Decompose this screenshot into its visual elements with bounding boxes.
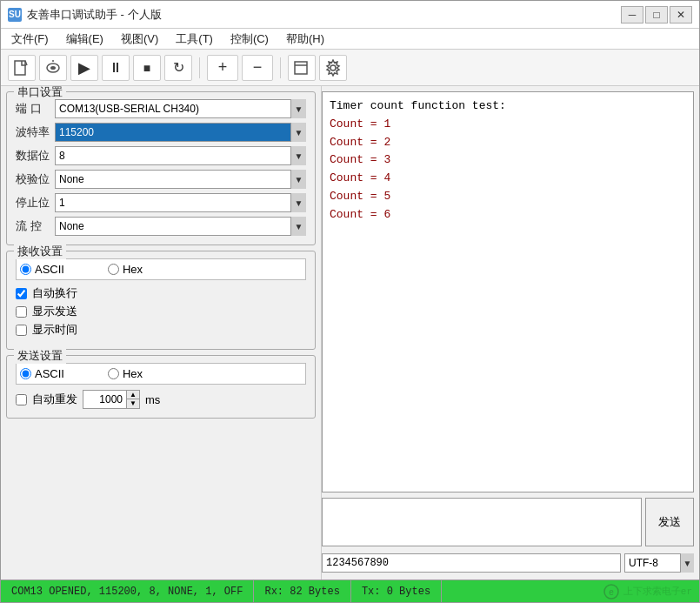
minimize-button[interactable]: ─ bbox=[621, 6, 643, 23]
refresh-button[interactable]: ↻ bbox=[164, 55, 192, 81]
auto-repeat-label: 自动重发 bbox=[32, 392, 77, 407]
svg-rect-5 bbox=[295, 62, 307, 74]
auto-newline-label: 自动换行 bbox=[32, 285, 77, 301]
show-time-checkbox[interactable] bbox=[16, 325, 27, 336]
hex-radio[interactable] bbox=[108, 264, 119, 275]
auto-newline-row[interactable]: 自动换行 bbox=[16, 285, 306, 301]
connection-status: COM13 OPENED, 115200, 8, NONE, 1, OFF bbox=[1, 580, 254, 602]
flowctrl-select[interactable]: None bbox=[55, 217, 306, 236]
watermark-icon: e bbox=[603, 583, 620, 600]
databits-select-wrapper: 8 ▼ bbox=[55, 146, 306, 165]
main-window: SU 友善串口调试助手 - 个人版 ─ □ ✕ 文件(F) 编辑(E) 视图(V… bbox=[0, 0, 700, 603]
settings-button[interactable] bbox=[319, 55, 347, 81]
settings-icon bbox=[324, 59, 342, 77]
pause-button[interactable]: ⏸ bbox=[102, 55, 130, 81]
spin-up-button[interactable]: ▲ bbox=[127, 391, 139, 399]
parity-select-wrapper: None ▼ bbox=[55, 170, 306, 189]
flowctrl-row: 流 控 None ▼ bbox=[16, 217, 306, 236]
receive-line: Count = 3 bbox=[330, 151, 686, 170]
show-time-row[interactable]: 显示时间 bbox=[16, 322, 306, 338]
window-button[interactable] bbox=[288, 55, 316, 81]
ascii-radio[interactable] bbox=[20, 264, 31, 275]
left-panel: 串口设置 端 口 COM13(USB-SERIAL CH340) ▼ 波特率 bbox=[1, 86, 321, 580]
add-button[interactable]: + bbox=[207, 55, 238, 81]
receive-line: Count = 2 bbox=[330, 134, 686, 152]
flowctrl-label: 流 控 bbox=[16, 218, 55, 234]
send-ascii-radio-label[interactable]: ASCII bbox=[20, 367, 64, 380]
menu-view[interactable]: 视图(V) bbox=[114, 30, 165, 49]
baud-select[interactable]: 115200 bbox=[55, 123, 306, 142]
auto-repeat-checkbox[interactable] bbox=[16, 394, 27, 405]
receive-display: Timer count function test:Count = 1Count… bbox=[322, 91, 694, 492]
send-settings-title: 发送设置 bbox=[14, 348, 66, 364]
ascii-radio-label[interactable]: ASCII bbox=[20, 263, 64, 276]
toolbar-separator-2 bbox=[280, 57, 281, 78]
receive-line: Timer count function test: bbox=[330, 97, 686, 116]
new-icon bbox=[13, 60, 30, 76]
main-content: 串口设置 端 口 COM13(USB-SERIAL CH340) ▼ 波特率 bbox=[1, 86, 699, 580]
record-button[interactable] bbox=[39, 55, 67, 81]
send-ascii-radio[interactable] bbox=[20, 368, 31, 379]
receive-mode-row: ASCII Hex bbox=[16, 258, 306, 280]
show-send-checkbox[interactable] bbox=[16, 306, 27, 318]
hex-radio-label[interactable]: Hex bbox=[108, 263, 143, 276]
maximize-button[interactable]: □ bbox=[645, 6, 668, 23]
play-button[interactable]: ▶ bbox=[70, 55, 98, 81]
tx-status: Tx: 0 Bytes bbox=[351, 580, 442, 602]
new-button[interactable] bbox=[8, 55, 36, 81]
databits-row: 数据位 8 ▼ bbox=[16, 146, 306, 165]
databits-select[interactable]: 8 bbox=[55, 146, 306, 165]
menu-help[interactable]: 帮助(H) bbox=[279, 30, 331, 49]
receive-line: Count = 1 bbox=[330, 116, 686, 134]
rx-status: Rx: 82 Bytes bbox=[254, 580, 350, 602]
baud-select-wrapper: 115200 ▼ bbox=[55, 123, 306, 142]
spin-down-button[interactable]: ▼ bbox=[127, 399, 139, 408]
encoding-select[interactable]: UTF-8 bbox=[624, 553, 694, 573]
parity-select[interactable]: None bbox=[55, 170, 306, 189]
receive-line: Count = 5 bbox=[330, 188, 686, 206]
ascii-radio-text: ASCII bbox=[35, 263, 64, 276]
stop-button[interactable]: ■ bbox=[133, 55, 161, 81]
send-area-container: 发送 bbox=[322, 498, 694, 546]
status-bar: COM13 OPENED, 115200, 8, NONE, 1, OFF Rx… bbox=[1, 580, 699, 602]
title-bar-left: SU 友善串口调试助手 - 个人版 bbox=[8, 7, 162, 23]
stopbits-label: 停止位 bbox=[16, 195, 55, 211]
hex-radio-text: Hex bbox=[123, 263, 143, 276]
menu-control[interactable]: 控制(C) bbox=[223, 30, 276, 49]
remove-button[interactable]: − bbox=[242, 55, 273, 81]
stopbits-select[interactable]: 1 bbox=[55, 193, 306, 212]
stopbits-row: 停止位 1 ▼ bbox=[16, 193, 306, 212]
send-input[interactable] bbox=[322, 553, 621, 573]
send-hex-radio-text: Hex bbox=[123, 367, 143, 380]
receive-line: Count = 6 bbox=[330, 206, 686, 224]
send-textarea[interactable] bbox=[322, 498, 642, 546]
show-send-label: 显示发送 bbox=[32, 304, 77, 319]
auto-newline-checkbox[interactable] bbox=[16, 288, 27, 299]
menu-edit[interactable]: 编辑(E) bbox=[59, 30, 110, 49]
auto-repeat-row: 自动重发 1000 ▲ ▼ ms bbox=[16, 390, 306, 409]
encoding-select-wrapper: UTF-8 ▼ bbox=[624, 553, 694, 573]
watermark: e 上下求索电子er bbox=[596, 580, 699, 602]
send-hex-radio[interactable] bbox=[108, 368, 119, 379]
serial-settings-title: 串口设置 bbox=[14, 86, 66, 100]
send-mode-row: ASCII Hex bbox=[16, 363, 306, 385]
send-button[interactable]: 发送 bbox=[645, 498, 694, 546]
receive-settings-group: 接收设置 ASCII Hex 自动换行 bbox=[6, 251, 316, 350]
app-icon: SU bbox=[8, 8, 22, 22]
menu-bar: 文件(F) 编辑(E) 视图(V) 工具(T) 控制(C) 帮助(H) bbox=[1, 29, 699, 50]
show-send-row[interactable]: 显示发送 bbox=[16, 304, 306, 319]
send-hex-radio-label[interactable]: Hex bbox=[108, 367, 143, 380]
close-button[interactable]: ✕ bbox=[670, 6, 692, 23]
menu-tools[interactable]: 工具(T) bbox=[169, 30, 220, 49]
send-settings-group: 发送设置 ASCII Hex 自动重发 1000 bbox=[6, 355, 316, 419]
send-ascii-radio-text: ASCII bbox=[35, 367, 64, 380]
svg-point-7 bbox=[330, 65, 336, 70]
watermark-text: 上下求索电子er bbox=[623, 585, 692, 598]
svg-point-3 bbox=[50, 66, 56, 70]
port-select[interactable]: COM13(USB-SERIAL CH340) bbox=[55, 99, 306, 118]
interval-input[interactable]: 1000 bbox=[83, 391, 127, 408]
menu-file[interactable]: 文件(F) bbox=[4, 30, 56, 49]
port-label: 端 口 bbox=[16, 101, 55, 117]
receive-line: Count = 4 bbox=[330, 170, 686, 188]
window-controls: ─ □ ✕ bbox=[621, 6, 692, 23]
